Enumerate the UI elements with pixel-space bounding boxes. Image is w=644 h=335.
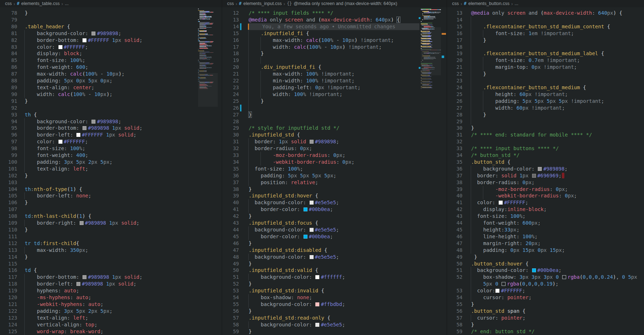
code-line[interactable]: 32: [447, 138, 644, 145]
code-line[interactable]: 93th {: [0, 111, 222, 118]
code-line[interactable]: 56.button_std span {: [447, 308, 644, 315]
color-swatch[interactable]: [315, 275, 319, 279]
line-number[interactable]: 57: [447, 315, 462, 321]
line-number[interactable]: 21: [222, 71, 239, 77]
line-number[interactable]: 27: [222, 111, 239, 118]
code-line[interactable]: 39 -moz-border-radius: 0px;: [447, 186, 644, 193]
code-line[interactable]: 23 padding-left: 0px !important;: [222, 84, 447, 91]
line-number[interactable]: 45: [447, 226, 462, 233]
line-number[interactable]: 110: [0, 226, 17, 233]
code-line[interactable]: 98 font-size: 100%;: [0, 145, 222, 152]
line-number[interactable]: 86: [0, 64, 17, 71]
line-number[interactable]: 41: [222, 206, 239, 213]
code-line[interactable]: 32 border-radius: 0px;: [222, 145, 447, 152]
line-number[interactable]: 56: [447, 308, 462, 315]
line-number[interactable]: 114: [0, 254, 17, 260]
line-number[interactable]: 31: [447, 131, 462, 138]
line-number[interactable]: 92: [0, 105, 17, 111]
line-number[interactable]: 107: [0, 206, 17, 213]
code-line[interactable]: 118 border-left: #989898 1px solid;: [0, 281, 222, 287]
line-number[interactable]: 47: [447, 240, 462, 247]
code-line[interactable]: 45 height:33px;: [447, 226, 644, 233]
code-line[interactable]: 29/* style for inputfield std */: [222, 125, 447, 131]
line-number[interactable]: 25: [447, 91, 462, 98]
line-number[interactable]: 124: [0, 321, 17, 328]
code-line[interactable]: 116td {: [0, 267, 222, 274]
line-number[interactable]: 34: [447, 152, 462, 159]
code-line[interactable]: 13@media only screen and (max-device-wid…: [222, 16, 447, 23]
line-number[interactable]: 95: [0, 125, 17, 131]
line-number[interactable]: 52: [447, 274, 462, 281]
line-number[interactable]: 15: [447, 23, 462, 30]
line-number[interactable]: 33: [222, 152, 239, 159]
color-swatch[interactable]: [304, 207, 307, 211]
code-line[interactable]: 37 border: solid 1px #696969;: [447, 172, 644, 179]
line-number[interactable]: 32: [447, 138, 462, 145]
line-number[interactable]: 19: [447, 50, 462, 57]
code-line[interactable]: 59}: [222, 328, 447, 335]
line-number[interactable]: 18: [447, 44, 462, 51]
code-line[interactable]: 121 -webkit-hyphens: auto;: [0, 301, 222, 308]
code-line[interactable]: 120 -ms-hyphens: auto;: [0, 294, 222, 301]
code-line[interactable]: 39.inputfield_std:hover {: [222, 192, 447, 199]
code-line[interactable]: 13@media only screen and (max-device-wid…: [447, 10, 644, 16]
code-line[interactable]: 37 position: relative;: [222, 179, 447, 186]
line-number[interactable]: 85: [0, 57, 17, 64]
line-number[interactable]: 43: [447, 213, 462, 220]
line-number[interactable]: 117: [0, 274, 17, 281]
code-line[interactable]: 87 max-width: calc(100% - 10px);: [0, 71, 222, 77]
color-swatch[interactable]: [76, 282, 80, 286]
line-number[interactable]: 89: [0, 84, 17, 91]
line-number[interactable]: 84: [0, 50, 17, 57]
line-number[interactable]: 109: [0, 220, 17, 226]
code-line[interactable]: 117 border-bottom: #989898 1px solid;: [0, 274, 222, 281]
line-number[interactable]: 17: [222, 44, 239, 51]
line-number[interactable]: 35: [222, 166, 239, 172]
breadcrumb-folder[interactable]: css: [452, 1, 459, 6]
color-swatch[interactable]: [315, 323, 319, 327]
code-line[interactable]: 107: [0, 206, 222, 213]
code-line[interactable]: 20 font-size: 0.7em !important;: [447, 57, 644, 64]
code-line[interactable]: 101 text-align: left;: [0, 166, 222, 172]
line-number[interactable]: 38: [222, 186, 239, 193]
code-line[interactable]: 27 width: 60px !important;: [447, 105, 644, 111]
color-swatch[interactable]: [310, 255, 314, 259]
code-line[interactable]: 26: [222, 105, 447, 111]
line-number[interactable]: 58: [222, 321, 239, 328]
color-swatch[interactable]: [532, 174, 536, 178]
scrollbar[interactable]: [441, 7, 446, 335]
code-line[interactable]: 20 .div_inputfield_fi {: [222, 64, 447, 71]
line-number[interactable]: 14: [447, 16, 462, 23]
line-number[interactable]: 39: [447, 186, 462, 193]
line-number[interactable]: 30: [222, 131, 239, 138]
code-line[interactable]: 31 border: 1px solid #989898;: [222, 138, 447, 145]
code-line[interactable]: 28 }: [447, 111, 644, 118]
code-line[interactable]: 53 color:#FFFFFF;: [447, 287, 644, 294]
code-line[interactable]: 47.inputfield_std:disabled {: [222, 247, 447, 254]
line-number[interactable]: 106: [0, 199, 17, 206]
breadcrumb-folder[interactable]: css: [5, 1, 12, 6]
code-line[interactable]: 21 max-width: 100% !important;: [222, 71, 447, 77]
code-line[interactable]: 15 .flexcontainer_button_std_medium_cont…: [447, 23, 644, 30]
line-number[interactable]: 25: [222, 98, 239, 105]
line-number[interactable]: 40: [222, 199, 239, 206]
code-line[interactable]: 15 .inputfield_fi {: [222, 30, 447, 37]
code-line[interactable]: 80.table_header {: [0, 23, 222, 30]
color-swatch[interactable]: [83, 38, 86, 42]
line-number[interactable]: 99: [0, 152, 17, 159]
color-swatch[interactable]: [499, 201, 503, 205]
line-number[interactable]: 47: [222, 247, 239, 254]
color-swatch[interactable]: [58, 140, 62, 144]
code-line[interactable]: 35 font-size: 100%;: [222, 166, 447, 172]
line-number[interactable]: 44: [447, 220, 462, 226]
line-number[interactable]: 54: [447, 294, 462, 301]
code-line[interactable]: 56}: [222, 308, 447, 315]
code-line[interactable]: 109 border-right: #989898 1px solid;: [0, 220, 222, 226]
code-line[interactable]: 42 display:inline-block;: [447, 206, 644, 213]
code-line[interactable]: 84 display: block;: [0, 50, 222, 57]
line-number[interactable]: 33: [447, 145, 462, 152]
code-line[interactable]: 34 -webkit-border-radius: 0px;: [222, 159, 447, 166]
code-line[interactable]: 16 max-width: calc(100% - 10px) !importa…: [222, 37, 447, 44]
code-area[interactable]: 78}7980.table_header {81 background-colo…: [0, 7, 222, 335]
minimap[interactable]: [198, 9, 218, 335]
